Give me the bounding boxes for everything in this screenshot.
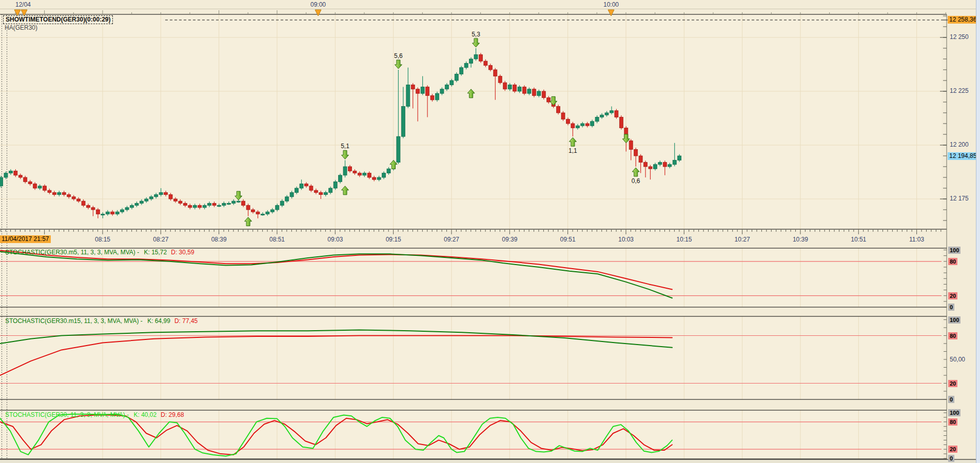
- stoch-level-label: 20: [948, 446, 957, 453]
- candle-body: [464, 63, 468, 67]
- candle-body: [14, 171, 17, 175]
- time-axis-label: 08:15: [82, 236, 123, 243]
- candle-body: [382, 173, 386, 177]
- candle-body: [629, 141, 633, 150]
- candle-body: [571, 124, 575, 128]
- candle-body: [193, 206, 197, 208]
- candle-body: [421, 87, 424, 94]
- stochastic-m15-title[interactable]: STOCHASTIC(GER30.m15, 11, 3, 3, MVA, MVA…: [5, 317, 198, 325]
- candle-body: [513, 85, 517, 91]
- candle-body: [18, 175, 22, 177]
- top-axis-hour-label: 10:00: [591, 1, 632, 8]
- candle-body: [24, 177, 27, 182]
- candle-body: [62, 192, 66, 194]
- candle-body: [644, 163, 648, 167]
- candle-body: [561, 113, 565, 119]
- candle-body: [188, 206, 192, 208]
- candle-body: [460, 68, 463, 74]
- candle-body: [173, 199, 177, 201]
- stoch-level-label: 80: [948, 418, 957, 426]
- candle-body: [135, 203, 139, 205]
- candle-body: [43, 186, 46, 190]
- candle-body: [130, 206, 133, 208]
- candle-body: [619, 117, 623, 128]
- candle-body: [387, 169, 390, 173]
- candle-body: [72, 197, 75, 199]
- candle-body: [208, 203, 211, 205]
- candle-body: [494, 70, 497, 76]
- showtimetoend-label[interactable]: SHOWTIMETOEND(GER30)(0:00:29): [3, 15, 113, 24]
- stochastic-m15-d-value: D: 77,45: [174, 317, 198, 325]
- candle-body: [280, 201, 284, 205]
- candle-body: [615, 111, 618, 117]
- candle-body: [411, 85, 415, 89]
- candle-body: [663, 163, 667, 167]
- candle-body: [304, 184, 308, 186]
- current-price-tag: 12 194,85: [948, 152, 978, 160]
- candle-body: [634, 149, 638, 156]
- time-axis-label: 09:15: [373, 236, 414, 243]
- candle-body: [532, 89, 536, 96]
- candle-body: [169, 195, 172, 199]
- candle-body: [363, 173, 366, 175]
- candle-body: [576, 126, 579, 128]
- stoch-level-label: 20: [948, 380, 957, 387]
- ha-indicator-label[interactable]: HA(GER30): [5, 24, 37, 31]
- candle-body: [9, 171, 12, 173]
- price-axis-label: 12 250: [950, 33, 969, 41]
- time-axis-label: 10:15: [663, 236, 704, 243]
- candle-body: [179, 201, 182, 203]
- time-axis-label: 08:51: [257, 236, 298, 243]
- stochastic-m5-d-value: D: 30,59: [171, 249, 194, 256]
- candle-body: [67, 195, 71, 197]
- price-axis-label: 12 225: [950, 87, 969, 94]
- candle-body: [542, 91, 545, 98]
- candle-body: [242, 201, 245, 205]
- stochastic-m1-title[interactable]: STOCHASTIC(GER30, 11, 3, 3, MVA, MVA) - …: [5, 411, 184, 418]
- stoch-level-label: 0: [948, 396, 954, 403]
- candle-body: [217, 206, 221, 207]
- time-axis-label: 10:51: [838, 236, 879, 243]
- candle-body: [227, 203, 230, 204]
- candle-body: [334, 182, 337, 188]
- stochastic-m15-k-value: K: 64,99: [147, 317, 170, 325]
- top-axis-date-label: 12/04: [15, 1, 31, 8]
- chart-canvas[interactable]: 5,15,65,31,10,6: [0, 0, 980, 463]
- candle-body: [498, 76, 502, 83]
- candle-body: [285, 197, 289, 201]
- separator: -: [135, 249, 141, 256]
- candle-body: [585, 124, 589, 126]
- candle-body: [270, 210, 274, 212]
- candle-body: [319, 192, 323, 194]
- candle-body: [52, 192, 56, 194]
- candle-body: [91, 208, 95, 210]
- candle-body: [28, 182, 32, 184]
- top-axis-hour-label: 09:00: [298, 1, 339, 8]
- signal-value-label: 1,1: [569, 147, 577, 154]
- separator: -: [139, 317, 145, 325]
- candle-body: [343, 167, 347, 175]
- stochastic-m5-title[interactable]: STOCHASTIC(GER30.m5, 11, 3, 3, MVA, MVA)…: [5, 249, 194, 256]
- candle-body: [518, 87, 521, 91]
- candle-body: [183, 203, 187, 205]
- stoch-level-label: 100: [948, 409, 961, 416]
- candle-body: [377, 177, 381, 179]
- candle-body: [445, 85, 448, 89]
- time-axis-label: 09:39: [489, 236, 530, 243]
- candle-body: [222, 203, 226, 205]
- candle-body: [4, 173, 8, 177]
- candle-body: [266, 212, 269, 214]
- window-right-edge[interactable]: [976, 0, 980, 463]
- candle-body: [678, 156, 681, 160]
- candle-body: [164, 192, 168, 194]
- stoch-level-label: 20: [948, 292, 957, 299]
- candle-body: [401, 106, 405, 136]
- candle-body: [261, 214, 264, 215]
- candle-body: [430, 95, 434, 99]
- stoch-level-label: 80: [948, 258, 957, 265]
- candle-body: [373, 177, 376, 179]
- candle-body: [276, 206, 279, 210]
- time-axis-label: 10:27: [722, 236, 763, 243]
- candle-body: [474, 55, 478, 59]
- candle-body: [77, 199, 81, 201]
